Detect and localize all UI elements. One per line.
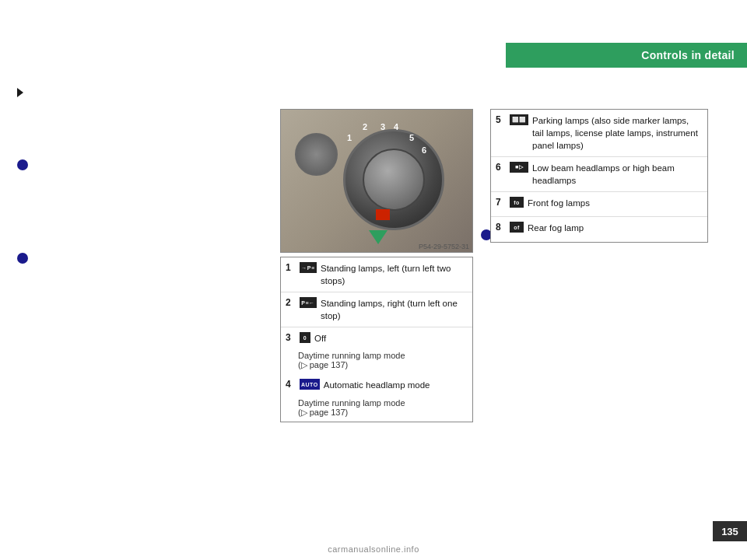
diagram-image: 3 4 5 6 2 1 P54-29-5752-31 <box>280 109 473 253</box>
triangle-marker <box>17 88 23 97</box>
row-text: Rear fog lamp <box>528 222 703 234</box>
bullet-dot-1 <box>17 159 28 170</box>
row-icon: ■▷ <box>510 162 528 173</box>
right-table: 5 ⬜⬜ Parking lamps (also side marker lam… <box>490 109 708 243</box>
row-subtext: Daytime running lamp mode(▷ page 137) <box>281 349 472 374</box>
dial-num-2: 2 <box>363 122 367 131</box>
row-text: Front fog lamps <box>528 197 703 209</box>
row-icon: fo <box>510 197 524 208</box>
row-text: Standing lamps, right (turn left one sto… <box>321 297 468 322</box>
row-text: Automatic headlamp mode <box>324 379 468 391</box>
image-caption: P54-29-5752-31 <box>419 243 469 250</box>
row-number: 7 <box>496 197 508 208</box>
dial-inner <box>363 149 425 211</box>
header-title: Controls in detail <box>641 49 735 61</box>
dial-num-6: 6 <box>422 145 426 155</box>
header-bar: Controls in detail <box>506 43 747 68</box>
row-subtext: Daytime running lamp mode(▷ page 137) <box>281 397 472 422</box>
dial-circle: 3 4 5 6 2 1 <box>343 129 444 230</box>
watermark: carmanualsonline.info <box>328 544 419 554</box>
table-row: 1 →P≡ Standing lamps, left (turn left tw… <box>281 257 472 292</box>
page-number: 135 <box>713 521 747 541</box>
dial-num-1: 1 <box>347 133 352 142</box>
row-icon: 0 <box>300 332 310 343</box>
red-indicator <box>376 209 390 220</box>
table-row: 4 AUTO Automatic headlamp mode <box>281 374 472 396</box>
left-table: 1 →P≡ Standing lamps, left (turn left tw… <box>280 257 473 422</box>
row-number: 8 <box>496 222 508 233</box>
row-number: 3 <box>286 332 298 343</box>
table-row: 2 P≡← Standing lamps, right (turn left o… <box>281 292 472 327</box>
table-row: 8 of Rear fog lamp <box>491 217 707 242</box>
table-row-group: 4 AUTO Automatic headlamp mode Daytime r… <box>281 374 472 421</box>
row-icon: P≡← <box>300 297 317 308</box>
row-icon: →P≡ <box>300 262 317 273</box>
row-number: 2 <box>286 297 298 308</box>
dial-container: 3 4 5 6 2 1 <box>281 110 472 252</box>
table-row: 3 0 Off <box>281 327 472 349</box>
row-icon: ⬜⬜ <box>510 114 528 125</box>
row-number: 5 <box>496 114 508 125</box>
table-row: 6 ■▷ Low beam headlamps or high beam hea… <box>491 157 707 192</box>
table-row: 7 fo Front fog lamps <box>491 192 707 217</box>
row-text: Parking lamps (also side marker lamps, t… <box>532 114 703 152</box>
row-icon: AUTO <box>300 379 320 390</box>
table-row-group: 3 0 Off Daytime running lamp mode(▷ page… <box>281 327 472 374</box>
row-number: 4 <box>286 379 298 390</box>
row-text: Low beam headlamps or high beam headlamp… <box>532 162 703 187</box>
row-text: Standing lamps, left (turn left two stop… <box>321 262 468 287</box>
row-number: 1 <box>286 262 298 273</box>
dial-num-3: 3 <box>381 122 385 131</box>
bullet-dot-2 <box>17 253 28 264</box>
green-arrow <box>369 230 388 244</box>
row-icon: of <box>510 222 524 233</box>
row-text: Off <box>314 332 468 345</box>
row-number: 6 <box>496 162 508 173</box>
table-row: 5 ⬜⬜ Parking lamps (also side marker lam… <box>491 110 707 157</box>
dial-num-4: 4 <box>394 122 398 131</box>
dial-num-5: 5 <box>409 133 414 142</box>
